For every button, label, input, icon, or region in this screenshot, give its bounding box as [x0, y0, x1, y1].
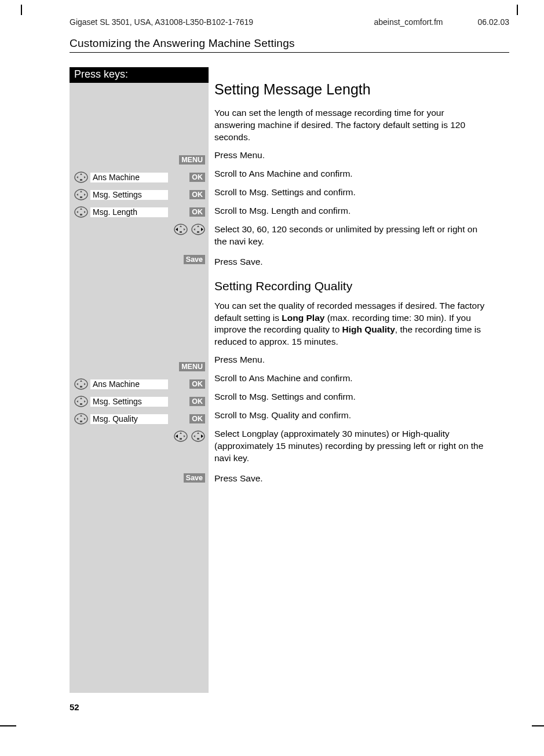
section-title: Customizing the Answering Machine Settin… [70, 37, 509, 53]
navi-right-icon [191, 430, 205, 442]
key-row-navi-lr [70, 428, 209, 445]
svg-marker-14 [84, 211, 86, 213]
page-header: Gigaset SL 3501, USA, A31008-L350-B102-1… [70, 17, 509, 27]
header-file: abeinst_comfort.fm [374, 17, 443, 27]
svg-marker-48 [193, 435, 195, 437]
step-press-save: Press Save. [214, 473, 487, 485]
navi-key-icon [74, 378, 88, 390]
intro-message-length: You can set the length of message record… [214, 107, 487, 144]
crop-mark [517, 5, 518, 15]
svg-marker-49 [201, 434, 203, 438]
ok-badge: OK [189, 190, 205, 199]
key-row-ans-machine: Ans Machine OK [70, 169, 209, 186]
svg-marker-26 [80, 380, 82, 382]
step-msg-settings: Scroll to Msg. Settings and confirm. [214, 187, 487, 199]
svg-marker-6 [80, 191, 82, 192]
menu-item-msg-settings: Msg. Settings [90, 397, 168, 407]
menu-item-ans-machine: Ans Machine [90, 379, 168, 389]
key-row-msg-settings: Msg. Settings OK [70, 393, 209, 410]
svg-rect-27 [80, 386, 82, 388]
svg-marker-18 [176, 228, 178, 231]
step-press-save: Press Save. [214, 256, 487, 269]
svg-marker-39 [84, 418, 86, 420]
step-ans-machine: Scroll to Ans Machine and confirm. [214, 168, 487, 181]
svg-marker-8 [76, 193, 78, 196]
step-msg-length: Scroll to Msg. Length and confirm. [214, 205, 487, 218]
key-row-menu: MENU [70, 151, 209, 169]
text-high-quality: High Quality [342, 324, 395, 334]
header-product: Gigaset SL 3501, USA, A31008-L350-B102-1… [70, 17, 253, 27]
ok-badge: OK [189, 207, 205, 217]
key-row-save: Save [70, 251, 209, 268]
key-row-ans-machine: Ans Machine OK [70, 375, 209, 393]
svg-marker-19 [184, 228, 185, 231]
svg-rect-42 [180, 438, 182, 440]
svg-marker-44 [184, 435, 185, 437]
svg-marker-41 [180, 432, 182, 434]
ok-badge: OK [189, 173, 205, 182]
step-msg-quality: Scroll to Msg. Quality and confirm. [214, 410, 487, 422]
svg-marker-21 [197, 225, 199, 227]
crop-mark [21, 5, 22, 15]
svg-marker-13 [76, 211, 78, 213]
step-select-length: Select 30, 60, 120 seconds or unlimited … [214, 224, 487, 248]
navi-key-icon [74, 396, 88, 407]
navi-key-icon [74, 413, 88, 425]
menu-item-ans-machine: Ans Machine [90, 173, 168, 182]
ok-badge: OK [189, 397, 205, 406]
svg-marker-33 [76, 400, 78, 403]
svg-marker-1 [80, 173, 82, 175]
ok-badge: OK [189, 414, 205, 423]
save-badge: Save [184, 255, 205, 264]
svg-rect-7 [80, 196, 82, 198]
key-row-menu: MENU [70, 358, 209, 375]
svg-rect-32 [80, 403, 82, 405]
page-number: 52 [70, 702, 79, 712]
navi-left-icon [174, 430, 188, 442]
navi-key-icon [74, 189, 88, 200]
menu-item-msg-length: Msg. Length [90, 207, 168, 217]
press-keys-label: Press keys: [70, 67, 209, 83]
text-long-play: Long Play [282, 313, 324, 323]
svg-marker-9 [84, 193, 86, 196]
step-ans-machine: Scroll to Ans Machine and confirm. [214, 372, 487, 385]
svg-rect-37 [80, 421, 82, 422]
svg-marker-4 [84, 176, 86, 178]
svg-marker-31 [80, 397, 82, 399]
svg-marker-46 [197, 432, 199, 434]
navi-left-icon [174, 224, 188, 235]
svg-rect-22 [197, 231, 199, 233]
step-select-quality: Select Longplay (approximately 30 minute… [214, 428, 487, 465]
menu-badge: MENU [179, 362, 205, 371]
crop-mark [532, 725, 544, 726]
svg-marker-38 [76, 418, 78, 420]
svg-marker-43 [176, 434, 178, 438]
crop-mark [0, 725, 16, 726]
menu-item-msg-quality: Msg. Quality [90, 414, 168, 424]
step-press-menu: Press Menu. [214, 149, 487, 162]
svg-marker-36 [80, 415, 82, 417]
key-row-msg-length: Msg. Length OK [70, 203, 209, 221]
svg-rect-47 [197, 438, 199, 440]
navi-right-icon [191, 224, 205, 235]
svg-marker-11 [80, 208, 82, 210]
press-keys-column: Press keys: MENU Ans Machine OK Msg. Set… [70, 67, 209, 693]
step-press-menu: Press Menu. [214, 354, 487, 367]
svg-marker-3 [76, 176, 78, 178]
svg-marker-29 [84, 383, 86, 385]
svg-rect-2 [80, 179, 82, 181]
heading-setting-message-length: Setting Message Length [214, 81, 487, 98]
svg-marker-24 [201, 228, 203, 231]
svg-marker-23 [193, 228, 195, 231]
intro-recording-quality: You can set the quality of recorded mess… [214, 300, 487, 349]
navi-key-icon [74, 171, 88, 183]
navi-key-icon [74, 206, 88, 218]
key-row-navi-lr [70, 221, 209, 238]
svg-marker-34 [84, 400, 86, 403]
step-msg-settings: Scroll to Msg. Settings and confirm. [214, 391, 487, 404]
save-badge: Save [184, 473, 205, 483]
svg-marker-28 [76, 383, 78, 385]
menu-item-msg-settings: Msg. Settings [90, 190, 168, 200]
heading-setting-recording-quality: Setting Recording Quality [214, 279, 487, 293]
content-column: Setting Message Length You can set the l… [214, 81, 487, 491]
